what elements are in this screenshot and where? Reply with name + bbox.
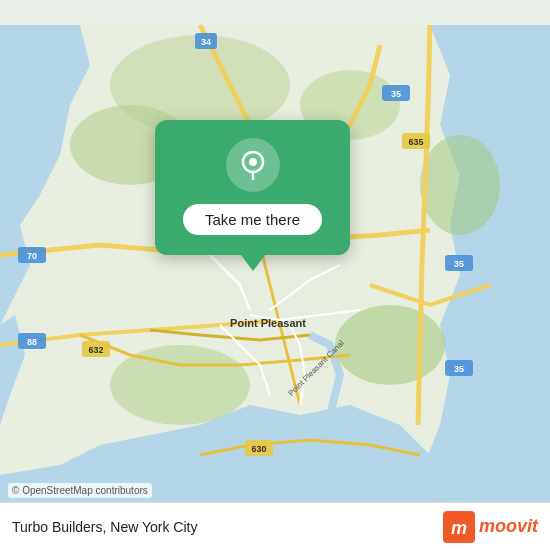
bottom-bar: Turbo Builders, New York City m moovit <box>0 502 550 550</box>
moovit-logo: m moovit <box>443 511 538 543</box>
location-text: Turbo Builders, New York City <box>12 519 443 535</box>
svg-text:88: 88 <box>27 337 37 347</box>
map-container: 34 70 70 35 35 35 88 635 632 630 Point P… <box>0 0 550 550</box>
moovit-icon: m <box>443 511 475 543</box>
svg-text:35: 35 <box>391 89 401 99</box>
svg-text:630: 630 <box>251 444 266 454</box>
svg-text:m: m <box>451 518 467 538</box>
map-background: 34 70 70 35 35 35 88 635 632 630 Point P… <box>0 0 550 550</box>
svg-point-6 <box>110 345 250 425</box>
svg-point-5 <box>335 305 445 385</box>
svg-text:35: 35 <box>454 364 464 374</box>
svg-text:Point Pleasant: Point Pleasant <box>230 317 306 329</box>
svg-text:635: 635 <box>408 137 423 147</box>
location-pin-icon <box>237 149 269 181</box>
svg-point-30 <box>249 158 257 166</box>
svg-text:34: 34 <box>201 37 211 47</box>
copyright-text: © OpenStreetMap contributors <box>8 483 152 498</box>
moovit-wordmark: moovit <box>479 516 538 537</box>
svg-text:70: 70 <box>27 251 37 261</box>
take-me-there-button[interactable]: Take me there <box>183 204 322 235</box>
svg-point-4 <box>420 135 500 235</box>
svg-text:35: 35 <box>454 259 464 269</box>
svg-text:632: 632 <box>88 345 103 355</box>
popup-card: Take me there <box>155 120 350 255</box>
location-icon-wrap <box>226 138 280 192</box>
